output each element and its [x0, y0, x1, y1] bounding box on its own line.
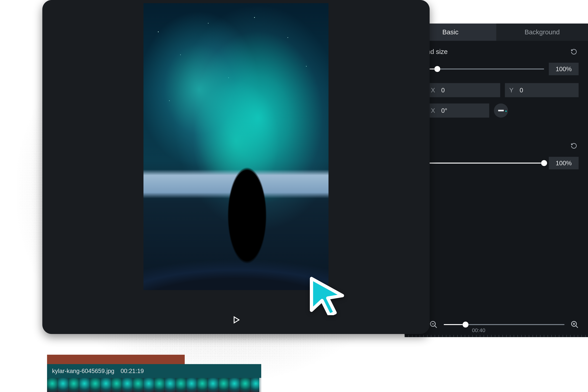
reset-opacity-button[interactable] — [569, 141, 578, 150]
zoom-in-button[interactable] — [569, 319, 580, 330]
rotation-x-field[interactable]: X 0° — [426, 104, 489, 118]
play-icon — [232, 315, 240, 324]
svg-line-7 — [576, 326, 578, 328]
clip-filename: kylar-kang-6045659.jpg — [52, 368, 114, 374]
clip-thumb — [47, 378, 58, 392]
position-y-value: 0 — [520, 87, 523, 94]
dash-icon — [498, 110, 504, 111]
rotation-row: X 0° — [404, 100, 588, 121]
clip-duration: 00:21:19 — [120, 368, 144, 374]
clip-thumb — [90, 378, 100, 392]
svg-marker-10 — [234, 317, 239, 323]
reset-icon — [570, 142, 577, 149]
clip-trim-handle[interactable] — [259, 378, 261, 392]
clip-thumb — [111, 378, 122, 392]
ruler-tick-40: 00:40 — [472, 327, 485, 333]
clip-thumb — [176, 378, 186, 392]
tab-background[interactable]: Background — [496, 24, 588, 41]
svg-line-4 — [435, 326, 437, 328]
audio-track[interactable] — [47, 355, 185, 364]
cursor-illustration — [306, 274, 346, 315]
clip-thumbnails[interactable] — [47, 378, 261, 392]
clip-thumb — [197, 378, 208, 392]
clip-thumb — [144, 378, 154, 392]
scale-slider-thumb[interactable] — [434, 66, 440, 72]
preview-card — [42, 0, 430, 334]
clip-thumb — [240, 378, 250, 392]
preview-image — [144, 3, 328, 290]
position-xy-row: n X 0 Y 0 — [404, 80, 588, 100]
clip-thumb — [133, 378, 144, 392]
rotation-x-value: 0° — [441, 107, 447, 114]
zoom-out-icon — [429, 320, 438, 329]
scale-slider-row: 100% — [404, 58, 588, 80]
rotation-x-label: X — [431, 107, 436, 114]
opacity-value[interactable]: 100% — [549, 157, 578, 169]
clip-thumb — [165, 378, 176, 392]
section-position-size: on and size — [404, 41, 588, 58]
clip-thumb — [101, 378, 111, 392]
zoom-in-icon — [570, 320, 579, 329]
scale-value[interactable]: 100% — [549, 63, 578, 75]
clip-thumb — [154, 378, 165, 392]
timeline-zoom-slider[interactable] — [444, 324, 564, 325]
clip-thumb — [68, 378, 79, 392]
clip-thumb — [122, 378, 133, 392]
opacity-slider-thumb[interactable] — [541, 160, 547, 166]
inspector-tabs: Basic Background — [404, 24, 588, 41]
position-x-field[interactable]: X 0 — [426, 83, 500, 97]
clip-thumb — [218, 378, 229, 392]
timeline-tracks: kylar-kang-6045659.jpg 00:21:19 — [47, 355, 430, 392]
section-opacity: . — [404, 135, 588, 152]
timeline-controls: 00:40 — [404, 312, 588, 337]
zoom-out-button[interactable] — [428, 319, 439, 330]
opacity-slider-row: y 100% — [404, 152, 588, 174]
clip-thumb — [229, 378, 240, 392]
timeline-zoom-thumb[interactable] — [462, 322, 468, 328]
clip-thumb — [58, 378, 68, 392]
clip-thumb — [186, 378, 197, 392]
inspector-panel: Basic Background on and size 100% n X 0 … — [404, 24, 588, 337]
video-clip[interactable]: kylar-kang-6045659.jpg 00:21:19 — [47, 364, 261, 378]
play-button[interactable] — [230, 314, 242, 326]
position-y-label: Y — [509, 87, 515, 94]
preview-canvas[interactable] — [144, 3, 328, 290]
reset-icon — [570, 48, 577, 55]
position-x-value: 0 — [441, 87, 445, 94]
position-y-field[interactable]: Y 0 — [505, 83, 578, 97]
clip-thumb — [79, 378, 90, 392]
rotation-mode-button[interactable] — [494, 104, 508, 118]
reset-position-size-button[interactable] — [569, 47, 578, 56]
opacity-slider[interactable] — [425, 162, 544, 164]
position-x-label: X — [431, 87, 436, 94]
scale-slider[interactable] — [414, 68, 544, 70]
clip-thumb — [208, 378, 218, 392]
